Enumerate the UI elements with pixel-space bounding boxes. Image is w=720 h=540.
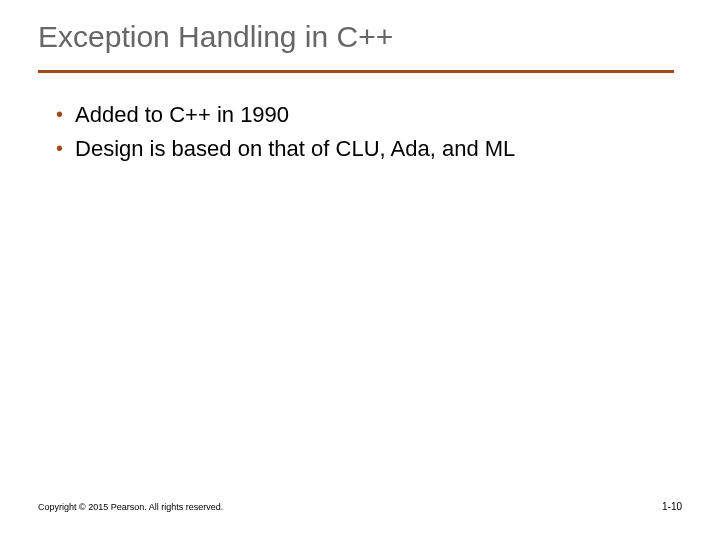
slide: Exception Handling in C++ • Added to C++… [0, 0, 720, 540]
content-area: • Added to C++ in 1990 • Design is based… [56, 100, 656, 168]
slide-title: Exception Handling in C++ [38, 20, 393, 54]
bullet-icon: • [56, 100, 63, 128]
copyright-text: Copyright © 2015 Pearson. All rights res… [38, 502, 223, 512]
title-underline [38, 70, 674, 73]
bullet-text: Added to C++ in 1990 [75, 100, 289, 130]
bullet-text: Design is based on that of CLU, Ada, and… [75, 134, 515, 164]
bullet-icon: • [56, 134, 63, 162]
list-item: • Added to C++ in 1990 [56, 100, 656, 130]
page-number: 1-10 [662, 501, 682, 512]
list-item: • Design is based on that of CLU, Ada, a… [56, 134, 656, 164]
